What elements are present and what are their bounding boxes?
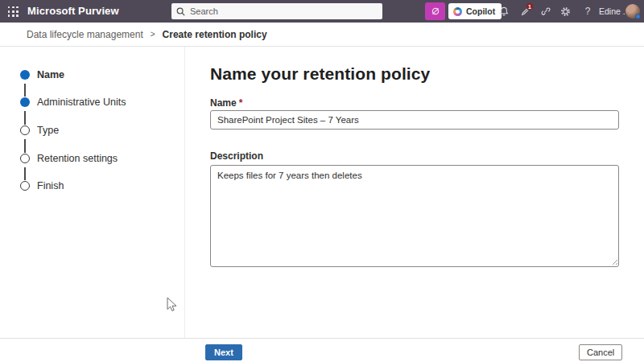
- wizard-step-type[interactable]: Type: [0, 122, 185, 138]
- wizard-steps-panel: Name Administrative Units Type Retention…: [0, 47, 185, 338]
- wizard-step-retention-settings[interactable]: Retention settings: [0, 150, 185, 167]
- step-label: Type: [37, 125, 59, 136]
- step-indicator: [20, 70, 30, 80]
- page-title: Name your retention policy: [210, 64, 430, 84]
- help-button[interactable]: ?: [578, 0, 597, 23]
- bell-icon: [498, 6, 510, 17]
- breadcrumb-current-page: Create retention policy: [163, 29, 267, 40]
- account-name[interactable]: Edine .: [599, 0, 625, 23]
- notifications-button[interactable]: [494, 0, 514, 23]
- breadcrumb-data-lifecycle-management[interactable]: Data lifecycle management: [27, 29, 143, 40]
- step-label: Name: [37, 69, 64, 80]
- policy-description-input[interactable]: Keeps files for 7 years then deletes: [210, 165, 619, 267]
- gear-icon: [559, 6, 572, 18]
- required-marker: *: [239, 97, 243, 109]
- step-label: Finish: [37, 180, 64, 191]
- name-field-label: Name*: [210, 97, 242, 109]
- step-indicator: [20, 97, 30, 107]
- step-indicator: [20, 181, 30, 191]
- step-label: Retention settings: [37, 153, 118, 164]
- cancel-button[interactable]: Cancel: [579, 344, 622, 360]
- copilot-icon: [453, 7, 462, 16]
- copilot-promo-icon: [430, 6, 441, 17]
- avatar[interactable]: [625, 4, 640, 19]
- step-label: Administrative Units: [37, 97, 126, 108]
- top-app-bar: Microsoft Purview Copilot: [0, 0, 644, 23]
- breadcrumb: Data lifecycle management > Create reten…: [0, 23, 644, 47]
- wizard-step-finish[interactable]: Finish: [0, 178, 185, 194]
- global-search: [171, 3, 382, 19]
- wizard-step-administrative-units[interactable]: Administrative Units: [0, 94, 185, 110]
- purview-window: Microsoft Purview Copilot: [0, 0, 644, 362]
- app-launcher-icon[interactable]: [8, 6, 19, 17]
- description-field-label: Description: [210, 150, 263, 162]
- link-button[interactable]: [536, 0, 555, 23]
- presence-badge: [635, 14, 641, 19]
- notification-badge: 1: [526, 2, 534, 10]
- help-icon: ?: [585, 6, 591, 17]
- whats-new-button[interactable]: 1: [515, 0, 535, 23]
- policy-name-input[interactable]: [210, 110, 619, 130]
- wizard-footer: Next Cancel: [0, 338, 644, 362]
- search-input[interactable]: [190, 6, 378, 16]
- next-button[interactable]: Next: [205, 344, 242, 360]
- copilot-promo-button[interactable]: [425, 2, 445, 20]
- main-content: Name your retention policy Name* Descrip…: [186, 47, 644, 338]
- settings-button[interactable]: [555, 0, 575, 23]
- wizard-step-name[interactable]: Name: [0, 67, 185, 83]
- search-icon: [176, 7, 185, 16]
- description-field-wrap: Keeps files for 7 years then deletes: [210, 165, 619, 267]
- breadcrumb-separator: >: [151, 30, 155, 39]
- link-icon: [540, 6, 551, 17]
- step-indicator: [20, 125, 30, 135]
- copilot-button-label: Copilot: [466, 6, 495, 16]
- step-indicator: [20, 154, 30, 163]
- app-title[interactable]: Microsoft Purview: [27, 0, 119, 23]
